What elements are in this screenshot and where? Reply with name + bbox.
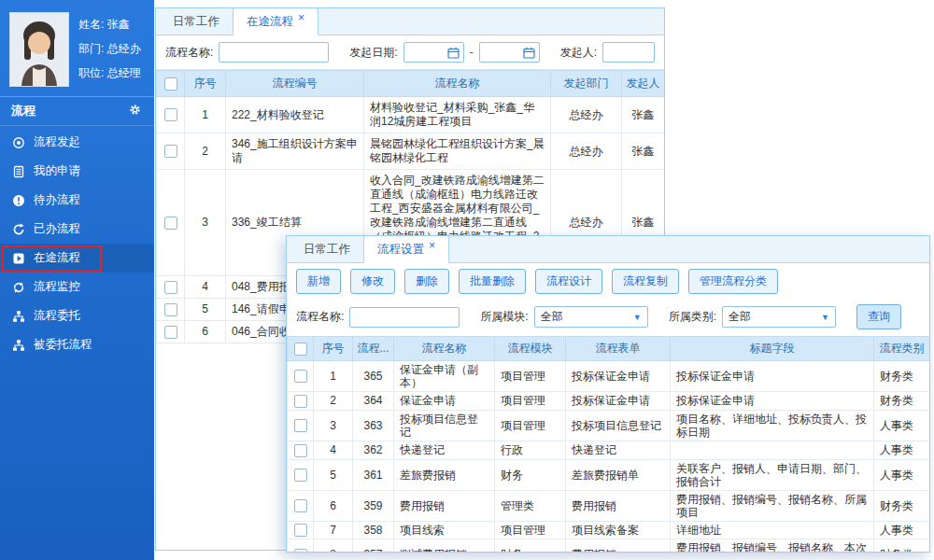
toolbar-button[interactable]: 流程复制 <box>612 269 679 294</box>
sidebar-item-process-delegation[interactable]: 流程委托 <box>0 301 154 330</box>
row-checkbox[interactable] <box>164 326 177 339</box>
sidebar-item-process-monitor[interactable]: 流程监控 <box>0 273 154 301</box>
sitemap-icon <box>12 310 25 323</box>
user-photo <box>9 12 69 87</box>
cell-category: 人事类 <box>874 441 930 459</box>
row-checkbox[interactable] <box>164 281 177 294</box>
row-checkbox[interactable] <box>164 303 177 316</box>
table-row[interactable]: 3 363 投标项目信息登记 项目管理 投标项目信息登记 项目名称、详细地址、投… <box>288 410 930 441</box>
cell-title-fields <box>671 441 874 459</box>
row-checkbox[interactable] <box>294 370 307 383</box>
cell-module: 项目管理 <box>495 392 566 411</box>
cell-form: 差旅费报销单 <box>566 459 671 490</box>
cell-module: 财务 <box>495 539 566 553</box>
cell-no: 5 <box>185 299 226 321</box>
select-all-checkbox[interactable] <box>294 343 307 356</box>
table-row[interactable]: 6 359 费用报销 管理类 费用报销 费用报销、报销编号、报销名称、所属项目 … <box>288 490 930 521</box>
table-row[interactable]: 1 365 保证金申请（副本） 项目管理 投标保证金申请 投标保证金申请 财务类 <box>288 361 930 392</box>
cell-form: 项目线索备案 <box>566 521 671 539</box>
process-name-label: 流程名称: <box>296 309 344 325</box>
cell-no: 8 <box>314 539 353 553</box>
row-checkbox[interactable] <box>294 395 307 408</box>
redo-arrow-icon <box>12 223 25 236</box>
cell-form: 投标保证金申请 <box>566 392 671 411</box>
cell-title-fields: 费用报销、报销编号、报销名称、所属项目 <box>671 490 874 521</box>
sidebar-item-label: 在途流程 <box>34 250 80 266</box>
row-checkbox[interactable] <box>164 145 177 158</box>
category-label: 所属类别: <box>669 309 716 325</box>
toolbar-button[interactable]: 流程设计 <box>535 269 602 294</box>
close-icon[interactable]: × <box>298 11 304 24</box>
col-header-title-fields: 标题字段 <box>671 337 874 361</box>
cell-no: 7 <box>314 521 353 539</box>
category-select[interactable]: 全部 ▼ <box>722 306 836 328</box>
toolbar-button[interactable]: 批量删除 <box>459 269 526 294</box>
close-icon[interactable]: × <box>429 239 435 252</box>
date-from-input[interactable] <box>403 42 464 63</box>
cell-dept: 总经办 <box>551 97 622 133</box>
cell-category: 财务类 <box>874 490 930 521</box>
cell-process-code: 362 <box>353 441 394 459</box>
col-header-name: 流程名称 <box>364 71 551 97</box>
table-row[interactable]: 5 361 差旅费报销 财务 差旅费报销单 关联客户、报销人、申请日期、部门、报… <box>288 459 930 490</box>
row-checkbox[interactable] <box>294 549 307 553</box>
select-all-checkbox[interactable] <box>164 77 177 91</box>
tab-daily-work[interactable]: 日常工作 <box>290 236 363 262</box>
table-header-row: 序号 流程... 流程名称 流程模块 流程表单 标题字段 流程类别 <box>288 337 930 361</box>
tab-in-transit[interactable]: 在途流程× <box>233 7 318 35</box>
cell-no: 6 <box>185 321 226 343</box>
cell-process-name: 差旅费报销 <box>394 459 495 490</box>
calendar-icon <box>523 47 535 59</box>
cell-category: 人事类 <box>874 521 930 539</box>
row-checkbox[interactable] <box>294 419 307 432</box>
sidebar-item-my-applications[interactable]: 我的申请 <box>0 157 154 186</box>
row-checkbox[interactable] <box>294 469 307 482</box>
row-checkbox[interactable] <box>164 108 177 121</box>
sidebar-item-completed-processes[interactable]: 已办流程 <box>0 215 154 244</box>
filter-bar: 流程名称: 发起日期: - 发起人: <box>156 35 664 70</box>
broadcast-icon <box>12 136 25 149</box>
module-select[interactable]: 全部 ▼ <box>534 306 648 328</box>
row-checkbox[interactable] <box>164 217 177 230</box>
sidebar: 姓名: 张鑫 部门: 总经办 职位: 总经理 流程 <box>0 0 154 560</box>
query-button[interactable]: 查询 <box>856 304 901 329</box>
sidebar-item-delegated-processes[interactable]: 被委托流程 <box>0 330 154 359</box>
cell-process-code: 357 <box>353 539 394 553</box>
cell-module: 项目管理 <box>495 361 566 392</box>
cell-process-code: 358 <box>353 521 394 539</box>
sidebar-item-process-initiate[interactable]: 流程发起 <box>0 128 154 157</box>
cell-form: 费用报销 <box>566 490 671 521</box>
row-checkbox[interactable] <box>294 499 307 512</box>
col-header-code: 流程... <box>353 337 394 361</box>
chevron-down-icon: ▼ <box>633 313 642 322</box>
process-name-input[interactable] <box>219 42 329 63</box>
table-row[interactable]: 8 357 测试费用报销 财务 费用报销 费用报销、报销编号、报销名称、本次报销… <box>288 539 930 553</box>
table-row[interactable]: 2 346_施工组织设计方案申请 晨铭园林绿化工程组织设计方案_晨铭园林绿化工程… <box>157 133 665 170</box>
user-profile: 姓名: 张鑫 部门: 总经办 职位: 总经理 <box>0 0 154 96</box>
table-row[interactable]: 4 362 快递登记 行政 快递登记 人事类 <box>288 441 930 459</box>
tab-process-settings[interactable]: 流程设置× <box>363 235 449 263</box>
date-to-input[interactable] <box>479 42 540 63</box>
table-row[interactable]: 7 358 项目线索 项目管理 项目线索备案 详细地址 人事类 <box>288 521 930 539</box>
cell-title-fields: 详细地址 <box>671 521 874 539</box>
cell-module: 项目管理 <box>495 521 566 539</box>
toolbar-button[interactable]: 删除 <box>404 269 449 294</box>
chevron-down-icon: ▼ <box>821 313 829 322</box>
toolbar: 新增 修改 删除 批量删除 流程设计 流程复制 管理流程分类 <box>287 263 929 300</box>
tab-daily-work[interactable]: 日常工作 <box>160 8 233 35</box>
gear-icon[interactable] <box>129 104 141 119</box>
cell-process-name: 保证金申请 <box>394 392 495 411</box>
toolbar-button[interactable]: 修改 <box>350 269 395 294</box>
row-checkbox[interactable] <box>294 524 307 537</box>
process-name-input[interactable] <box>349 307 460 328</box>
table-row[interactable]: 2 364 保证金申请 项目管理 投标保证金申请 投标保证金申请 财务类 <box>288 392 930 411</box>
initiator-input[interactable] <box>602 42 655 63</box>
table-row[interactable]: 1 222_材料验收登记 材料验收登记_材料采购_张鑫_华润12城房建工程项目 … <box>157 97 665 133</box>
sidebar-item-in-transit-processes[interactable]: 在途流程 <box>0 244 154 273</box>
row-checkbox[interactable] <box>294 444 307 457</box>
cell-process-code: 346_施工组织设计方案申请 <box>226 133 364 170</box>
cell-process-code: 222_材料验收登记 <box>226 97 364 133</box>
sidebar-item-pending-processes[interactable]: 待办流程 <box>0 186 154 215</box>
toolbar-button[interactable]: 新增 <box>296 269 341 294</box>
toolbar-button[interactable]: 管理流程分类 <box>688 269 778 294</box>
